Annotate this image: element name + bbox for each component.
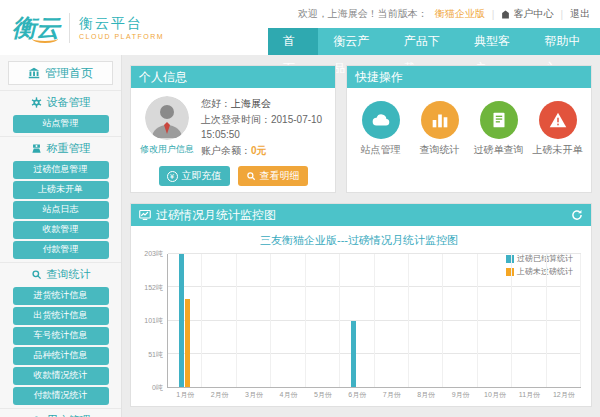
- last-login-date: 2015-07-10: [271, 114, 322, 125]
- sidebar-section-query-stats: 查询统计 进货统计信息 出货统计信息 车号统计信息 品种统计信息 收款情况统计 …: [0, 262, 121, 405]
- recharge-button-label: 立即充值: [182, 169, 222, 183]
- nav-downloads[interactable]: 产品下载: [389, 28, 459, 55]
- sidebar-item-weigh-no-ticket[interactable]: 上磅未开单: [13, 181, 109, 199]
- quick-action-weigh-ticket-query[interactable]: 过磅单查询: [471, 101, 527, 157]
- chart-category-group: [340, 254, 374, 387]
- sidebar-item-payments[interactable]: 付款管理: [13, 241, 109, 259]
- panel-header: 个人信息: [131, 66, 335, 88]
- logo: 衡云: [12, 16, 60, 40]
- yen-icon: ¥: [167, 171, 178, 182]
- logout-link[interactable]: 退出: [570, 7, 590, 21]
- balance-line: 账户余额：0元: [201, 143, 327, 159]
- chart-x-labels: 1月份2月份3月份4月份5月份6月份7月份8月份9月份10月份11月份12月份: [168, 390, 581, 400]
- monitor-chart-icon: [139, 209, 151, 221]
- y-tick-label: 51吨: [148, 350, 163, 360]
- chart-plot: [167, 254, 581, 388]
- balance-value: 0元: [251, 145, 267, 156]
- edition-link[interactable]: 衡猫企业版: [435, 7, 485, 21]
- x-tick-label: 11月份: [512, 390, 546, 400]
- x-tick-label: 7月份: [375, 390, 409, 400]
- quick-action-weighed-no-ticket[interactable]: 上磅未开单: [530, 101, 586, 157]
- quick-actions-panel: 快捷操作 站点管理 查询统计: [346, 65, 592, 193]
- personal-details: 您好：上海展会 上次登录时间：2015-07-10 15:05:50 账户余额：…: [201, 96, 327, 158]
- chart-bar: [185, 299, 190, 387]
- chart-body: 三友衡猫企业版---过磅情况月统计监控图 过磅已结算统计上磅未过磅统计 0吨51…: [131, 226, 591, 406]
- y-tick-label: 101吨: [144, 316, 163, 326]
- chart-category-group: [168, 254, 202, 387]
- customer-center-label: 客户中心: [513, 7, 553, 21]
- panel-header: 快捷操作: [347, 66, 591, 88]
- chart-category-group: [271, 254, 305, 387]
- scale-icon: [31, 143, 42, 154]
- chart-category-group: [409, 254, 443, 387]
- welcome-text: 欢迎，上海展会！当前版本：: [298, 7, 428, 21]
- x-tick-label: 6月份: [340, 390, 374, 400]
- edit-user-link[interactable]: 修改用户信息: [139, 143, 195, 156]
- x-tick-label: 10月份: [478, 390, 512, 400]
- x-tick-label: 8月份: [409, 390, 443, 400]
- last-login-label: 上次登录时间：: [201, 114, 271, 125]
- sidebar-item-admin-home[interactable]: 管理首页: [8, 61, 113, 85]
- main-content: 个人信息 修改用户信息 您好：上海展会 上次登录时间：2015-07-10 15…: [122, 55, 600, 417]
- sidebar-item-receipts[interactable]: 收款管理: [13, 221, 109, 239]
- chart-category-group: [443, 254, 477, 387]
- x-tick-label: 3月份: [237, 390, 271, 400]
- quick-action-site-management[interactable]: 站点管理: [353, 101, 409, 157]
- document-icon: [480, 101, 518, 139]
- y-tick-label: 0吨: [152, 383, 163, 393]
- nav-home[interactable]: 首页: [268, 28, 318, 55]
- chart-panel: 过磅情况月统计监控图 三友衡猫企业版---过磅情况月统计监控图 过磅已结算统计上…: [130, 203, 592, 407]
- recharge-button[interactable]: ¥ 立即充值: [159, 166, 230, 186]
- nav-products[interactable]: 衡云产品: [318, 28, 388, 55]
- sidebar-section-weighing: 称重管理 过磅信息管理 上磅未开单 站点日志 收款管理 付款管理: [0, 136, 121, 259]
- quick-action-query-stats[interactable]: 查询统计: [412, 101, 468, 157]
- view-detail-button[interactable]: 查看明细: [238, 166, 308, 186]
- personal-body: 修改用户信息 您好：上海展会 上次登录时间：2015-07-10 15:05:5…: [131, 88, 335, 192]
- y-tick-label: 152吨: [144, 283, 163, 293]
- gear-icon: [31, 97, 42, 108]
- chart-y-axis: 0吨51吨101吨152吨203吨: [137, 254, 167, 388]
- chart-plot-wrap: 0吨51吨101吨152吨203吨: [137, 254, 581, 388]
- chart-category-group: [306, 254, 340, 387]
- view-detail-button-label: 查看明细: [260, 169, 300, 183]
- chart-category-group: [237, 254, 271, 387]
- sidebar-item-inbound-stats[interactable]: 进货统计信息: [13, 287, 109, 305]
- nav-customers[interactable]: 典型客户: [459, 28, 529, 55]
- sidebar-item-payment-stats[interactable]: 付款情况统计: [13, 387, 109, 405]
- chart-category-group: [375, 254, 409, 387]
- brand-subtitle: CLOUD PLATFORM: [79, 33, 164, 40]
- chart-bar: [179, 254, 184, 387]
- avatar: [145, 96, 189, 140]
- personal-info-panel: 个人信息 修改用户信息 您好：上海展会 上次登录时间：2015-07-10 15…: [130, 65, 336, 193]
- x-tick-label: 5月份: [306, 390, 340, 400]
- quick-panel-title: 快捷操作: [355, 69, 403, 86]
- customer-center-link[interactable]: 客户中心: [501, 7, 553, 21]
- last-login-time: 15:05:50: [201, 127, 327, 143]
- house-icon: [501, 10, 510, 19]
- x-tick-label: 4月份: [271, 390, 305, 400]
- greeting-line: 您好：上海展会: [201, 96, 327, 112]
- refresh-icon[interactable]: [571, 209, 583, 221]
- quick-actions: 站点管理 查询统计 过磅单查询: [347, 88, 591, 165]
- sidebar-item-receipt-stats[interactable]: 收款情况统计: [13, 367, 109, 385]
- sidebar-item-vehicle-stats[interactable]: 车号统计信息: [13, 327, 109, 345]
- personal-buttons: ¥ 立即充值 查看明细: [139, 166, 327, 186]
- sidebar-item-site-log[interactable]: 站点日志: [13, 201, 109, 219]
- x-tick-label: 2月份: [202, 390, 236, 400]
- sidebar-item-outbound-stats[interactable]: 出货统计信息: [13, 307, 109, 325]
- warning-icon: [539, 101, 577, 139]
- top-header: 衡云 衡云平台 CLOUD PLATFORM 欢迎，上海展会！当前版本： 衡猫企…: [0, 0, 600, 55]
- nav-help[interactable]: 帮助中心: [530, 28, 600, 55]
- sidebar-section-title: 查询统计: [0, 265, 121, 285]
- chart-panel-title: 过磅情况月统计监控图: [156, 207, 276, 224]
- top-links: 欢迎，上海展会！当前版本： 衡猫企业版 | 客户中心 | 退出: [268, 0, 600, 28]
- sidebar-item-weigh-info[interactable]: 过磅信息管理: [13, 161, 109, 179]
- y-tick-label: 203吨: [144, 249, 163, 259]
- divider: |: [560, 9, 563, 20]
- personal-panel-title: 个人信息: [139, 69, 187, 86]
- cloud-icon: [362, 101, 400, 139]
- sidebar-item-product-stats[interactable]: 品种统计信息: [13, 347, 109, 365]
- chart-bar: [351, 321, 356, 387]
- sidebar-item-site-management[interactable]: 站点管理: [13, 115, 109, 133]
- sidebar-section-users: 用户管理 修改密码 修改关联手机: [0, 408, 121, 417]
